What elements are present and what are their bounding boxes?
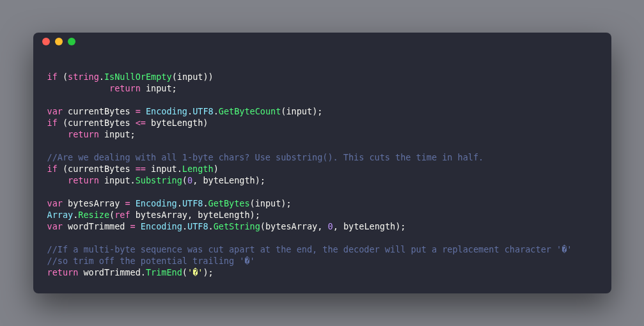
code-block: if (string.IsNullOrEmpty(input)) return …: [33, 50, 611, 293]
window-titlebar: [33, 33, 611, 50]
close-icon[interactable]: [42, 38, 50, 45]
minimize-icon[interactable]: [55, 38, 63, 45]
maximize-icon[interactable]: [68, 38, 75, 45]
code-window: if (string.IsNullOrEmpty(input)) return …: [33, 33, 611, 293]
